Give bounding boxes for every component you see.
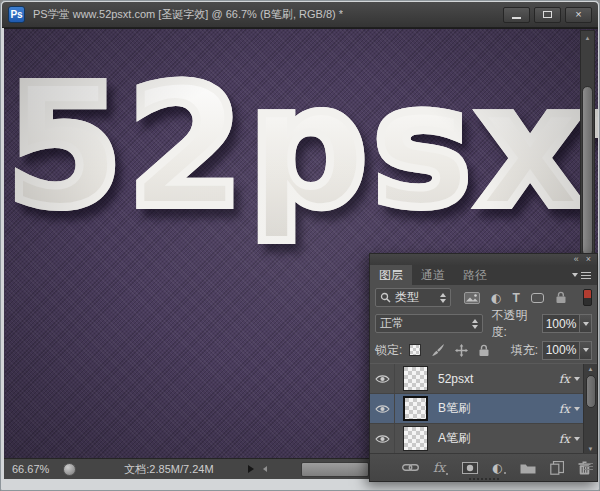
tab-paths[interactable]: 路径 [454,265,496,285]
document-size-info: 文档:2.85M/7.24M [124,462,213,477]
status-small-arrow-icon [263,466,267,472]
status-sphere-icon [63,463,76,476]
layer-name: B笔刷 [438,400,470,417]
pixel-layer-filter-icon[interactable] [464,292,480,304]
filter-kind-buttons: ◐ T [464,291,567,305]
layers-panel: « × 图层 通道 路径 类型 [369,253,598,482]
lock-position-move-icon[interactable] [455,344,468,357]
layer-fx-badge[interactable]: fx [559,402,570,416]
photoshop-window: Ps PS学堂 www.52psxt.com [圣诞字效] @ 66.7% (B… [0,0,600,491]
eye-icon [375,374,390,384]
status-menu-arrow-icon[interactable] [248,465,254,473]
adjustment-menu-dot-icon [504,472,506,474]
scroll-up-icon[interactable]: ▲ [584,364,597,374]
layer-row-b-brush[interactable]: B笔刷 fx [370,394,597,424]
chain-link-icon [402,463,419,472]
new-adjustment-layer-button[interactable]: ◐ [492,462,505,474]
panel-menu-arrow-icon [572,273,578,277]
layer-filter-row: 类型 ◐ T [370,285,597,310]
close-panel-icon[interactable]: × [586,255,591,264]
add-layer-mask-button[interactable] [462,462,478,474]
add-layer-style-button[interactable]: fx [433,460,448,475]
close-button[interactable]: × [565,7,592,23]
title-bar: Ps PS学堂 www.52psxt.com [圣诞字效] @ 66.7% (B… [2,2,598,28]
fill-value[interactable]: 100% [542,341,579,360]
lock-all-padlock-icon[interactable] [478,344,490,357]
minimize-button[interactable] [503,7,530,23]
window-title: PS学堂 www.52psxt.com [圣诞字效] @ 66.7% (B笔刷,… [33,7,343,22]
shape-layer-filter-icon[interactable] [531,293,544,303]
tab-layers[interactable]: 图层 [370,265,412,285]
panel-tabs: 图层 通道 路径 [370,265,597,285]
fill-dropdown-button[interactable] [579,341,592,360]
new-group-button[interactable] [520,462,536,474]
scroll-up-icon[interactable]: ▲ [581,31,594,44]
close-icon: × [575,9,581,20]
chevron-down-icon [583,348,589,352]
fx-icon: fx [433,460,445,475]
lock-label: 锁定: [375,342,402,359]
layer-thumbnail[interactable] [403,426,428,451]
horizontal-scroll-thumb[interactable] [301,462,369,477]
layer-fx-badge[interactable]: fx [559,372,570,386]
layer-fx-badge[interactable]: fx [559,432,570,446]
lock-transparency-icon[interactable] [409,344,421,356]
select-arrows-icon [472,319,478,329]
layer-list: 52psxt fx B笔刷 fx [370,363,597,453]
type-layer-filter-icon[interactable]: T [512,291,519,305]
fx-expand-icon[interactable] [574,377,580,381]
eye-icon [375,434,390,444]
link-layers-button[interactable] [402,463,419,472]
blend-mode-select[interactable]: 正常 [375,314,483,333]
maximize-button[interactable] [534,7,561,23]
layer-list-scrollbar[interactable]: ▲ ▼ [583,364,597,454]
blend-mode-value: 正常 [380,315,404,332]
vertical-scroll-thumb[interactable] [582,86,593,256]
tab-channels[interactable]: 通道 [412,265,454,285]
layer-thumbnail[interactable] [403,396,428,421]
visibility-toggle[interactable] [370,424,395,453]
adjustment-circle-icon: ◐ [492,462,502,474]
fx-expand-icon[interactable] [574,437,580,441]
new-layer-button[interactable] [550,461,564,475]
list-scroll-thumb[interactable] [586,375,596,408]
blend-mode-row: 正常 不透明度: 100% [370,310,597,337]
smart-object-filter-icon[interactable] [555,291,567,304]
filter-type-select[interactable]: 类型 [375,288,451,307]
photoshop-logo-icon: Ps [8,6,25,23]
collapse-panel-icon[interactable]: « [574,255,579,264]
visibility-toggle[interactable] [370,394,395,423]
lock-buttons [409,343,490,357]
filter-type-label: 类型 [395,289,419,306]
zoom-level-field[interactable]: 66.67% [12,463,49,475]
panel-menu-lines-icon [581,272,591,279]
select-arrows-icon [440,293,446,303]
fill-field: 100% [542,341,592,360]
lock-row: 锁定: 填充: 100% [370,337,597,363]
panel-resize-grip[interactable] [584,463,593,470]
eye-icon [375,404,390,414]
opacity-label: 不透明度: [492,307,538,341]
adjustment-layer-filter-icon[interactable]: ◐ [491,292,501,304]
fx-expand-icon[interactable] [574,407,580,411]
layer-name: 52psxt [438,372,473,386]
layer-mask-icon [462,462,478,474]
fill-label: 填充: [511,342,538,359]
opacity-dropdown-button[interactable] [579,314,592,333]
maximize-icon [543,11,552,18]
layer-row-52psxt[interactable]: 52psxt fx [370,364,597,394]
folder-icon [520,462,536,474]
search-icon [380,292,391,303]
layer-name: A笔刷 [438,430,470,447]
visibility-toggle[interactable] [370,364,395,393]
window-controls: × [503,7,592,23]
minimize-icon [512,17,521,19]
lock-pixels-brush-icon[interactable] [431,343,445,357]
panel-drag-bar[interactable]: « × [370,254,597,265]
opacity-value[interactable]: 100% [542,314,579,333]
panel-menu-button[interactable] [572,265,591,285]
filtering-toggle-switch[interactable] [583,289,592,306]
layer-row-a-brush[interactable]: A笔刷 fx [370,424,597,454]
layer-thumbnail[interactable] [403,366,428,391]
chevron-down-icon [583,322,589,326]
